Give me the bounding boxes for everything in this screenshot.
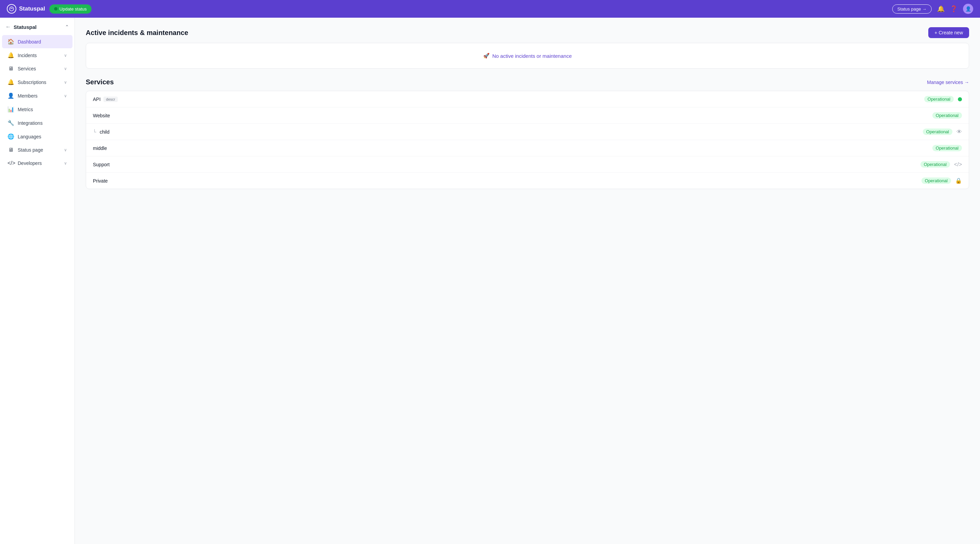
- developers-icon: </>: [8, 160, 14, 166]
- no-incidents-card: 🚀 No active incidents or maintenance: [86, 43, 969, 69]
- service-name-private: Private: [93, 178, 108, 184]
- back-arrow-icon[interactable]: ←: [5, 24, 11, 30]
- rocket-icon: 🚀: [483, 53, 490, 59]
- service-status-api: Operational: [924, 96, 962, 102]
- child-indent-icon: └: [93, 129, 96, 135]
- languages-icon: 🌐: [8, 133, 14, 140]
- service-status-child: Operational👁: [923, 128, 962, 135]
- sidebar-item-label-members: Members: [18, 93, 60, 98]
- sidebar-item-label-incidents: Incidents: [18, 53, 60, 58]
- metrics-icon: 📊: [8, 106, 14, 113]
- status-page-link[interactable]: Status page →: [892, 5, 932, 14]
- services-section-header: Services Manage services →: [86, 78, 969, 86]
- svg-point-0: [10, 7, 14, 11]
- green-dot-icon: [958, 97, 962, 102]
- service-name-middle: middle: [93, 146, 107, 151]
- service-status-support: Operational</>: [920, 161, 962, 168]
- status-badge-child: Operational: [923, 128, 953, 135]
- topnav: Statuspal Update status Status page → 🔔 …: [0, 0, 980, 18]
- update-status-button[interactable]: Update status: [49, 5, 92, 14]
- no-incidents-text: 🚀 No active incidents or maintenance: [95, 53, 959, 59]
- service-status-private: Operational🔒: [921, 178, 962, 184]
- service-row-child: └childOperational👁: [86, 124, 969, 140]
- eye-icon: 👁: [956, 129, 962, 135]
- services-section-title: Services: [86, 78, 114, 86]
- sidebar-item-developers[interactable]: </>Developers∨: [2, 157, 73, 170]
- service-badge-api: descr: [103, 97, 118, 102]
- service-row-website: WebsiteOperational: [86, 108, 969, 124]
- chevron-icon-members: ∨: [64, 94, 67, 98]
- service-name-website: Website: [93, 113, 110, 118]
- code-icon: </>: [954, 162, 962, 168]
- sidebar-collapse-icon[interactable]: ⌃: [65, 24, 69, 30]
- chevron-icon-developers: ∨: [64, 161, 67, 166]
- sidebar-item-label-services: Services: [18, 66, 60, 71]
- sidebar-item-label-integrations: Integrations: [18, 121, 67, 126]
- service-status-middle: Operational: [932, 145, 962, 151]
- status-badge-private: Operational: [921, 178, 951, 184]
- chevron-icon-subscriptions: ∨: [64, 80, 67, 85]
- sidebar-item-languages[interactable]: 🌐Languages: [2, 130, 73, 143]
- main-content: Active incidents & maintenance + Create …: [75, 18, 980, 544]
- sidebar-item-label-developers: Developers: [18, 160, 60, 166]
- lock-icon: 🔒: [955, 178, 962, 184]
- sidebar-item-label-metrics: Metrics: [18, 107, 67, 112]
- brand: Statuspal: [7, 4, 45, 14]
- avatar[interactable]: 👤: [963, 4, 973, 14]
- sidebar-item-label-dashboard: Dashboard: [18, 39, 67, 44]
- status-page-icon: 🖥: [8, 147, 14, 153]
- sidebar-brand[interactable]: ← Statuspal: [5, 24, 37, 30]
- sidebar-item-dashboard[interactable]: 🏠Dashboard: [2, 35, 73, 48]
- subscriptions-icon: 🔔: [8, 79, 14, 85]
- incidents-section-title: Active incidents & maintenance: [86, 29, 188, 37]
- manage-services-link[interactable]: Manage services →: [927, 79, 969, 85]
- sidebar-item-label-subscriptions: Subscriptions: [18, 79, 60, 85]
- incidents-icon: 🔔: [8, 52, 14, 59]
- sidebar-header: ← Statuspal ⌃: [0, 21, 75, 35]
- chevron-icon-incidents: ∨: [64, 53, 67, 58]
- sidebar: ← Statuspal ⌃ 🏠Dashboard🔔Incidents∨🖥Serv…: [0, 18, 75, 544]
- create-new-button[interactable]: + Create new: [928, 27, 969, 38]
- pulse-dot: [54, 7, 57, 11]
- service-name-support: Support: [93, 162, 110, 167]
- status-badge-website: Operational: [932, 112, 962, 119]
- sidebar-item-metrics[interactable]: 📊Metrics: [2, 103, 73, 116]
- service-row-api: APIdescrOperational: [86, 91, 969, 108]
- bell-icon[interactable]: 🔔: [937, 5, 945, 13]
- sidebar-nav: 🏠Dashboard🔔Incidents∨🖥Services∨🔔Subscrip…: [0, 35, 75, 170]
- incidents-section-header: Active incidents & maintenance + Create …: [86, 27, 969, 38]
- integrations-icon: 🔧: [8, 120, 14, 126]
- help-icon[interactable]: ❓: [950, 5, 958, 13]
- sidebar-item-incidents[interactable]: 🔔Incidents∨: [2, 49, 73, 62]
- sidebar-item-integrations[interactable]: 🔧Integrations: [2, 116, 73, 130]
- service-name-api: APIdescr: [93, 97, 118, 102]
- service-name-child: └child: [93, 129, 110, 135]
- sidebar-item-status-page[interactable]: 🖥Status page∨: [2, 143, 73, 156]
- sidebar-item-subscriptions[interactable]: 🔔Subscriptions∨: [2, 76, 73, 89]
- service-row-private: PrivateOperational🔒: [86, 173, 969, 189]
- chevron-icon-status-page: ∨: [64, 147, 67, 152]
- dashboard-icon: 🏠: [8, 38, 14, 45]
- sidebar-item-services[interactable]: 🖥Services∨: [2, 62, 73, 75]
- status-badge-middle: Operational: [932, 145, 962, 151]
- service-status-website: Operational: [932, 112, 962, 119]
- sidebar-item-label-status-page: Status page: [18, 147, 60, 153]
- layout: ← Statuspal ⌃ 🏠Dashboard🔔Incidents∨🖥Serv…: [0, 18, 980, 544]
- members-icon: 👤: [8, 92, 14, 99]
- sidebar-item-members[interactable]: 👤Members∨: [2, 89, 73, 102]
- brand-icon: [7, 4, 16, 14]
- status-badge-api: Operational: [924, 96, 954, 102]
- chevron-icon-services: ∨: [64, 66, 67, 71]
- services-icon: 🖥: [8, 66, 14, 72]
- service-row-support: SupportOperational</>: [86, 156, 969, 173]
- topnav-right: Status page → 🔔 ❓ 👤: [892, 4, 973, 14]
- sidebar-item-label-languages: Languages: [18, 134, 67, 140]
- service-row-middle: middleOperational: [86, 140, 969, 156]
- status-badge-support: Operational: [920, 161, 950, 168]
- services-table: APIdescrOperationalWebsiteOperational└ch…: [86, 91, 969, 189]
